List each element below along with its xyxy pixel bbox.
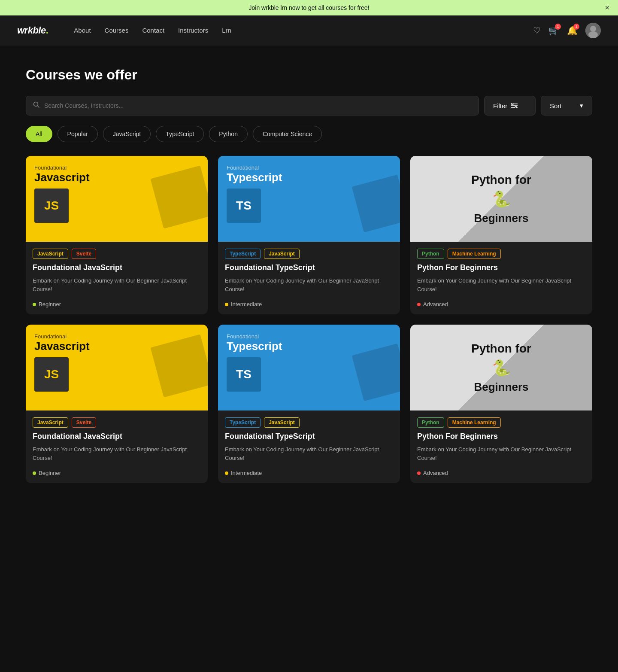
nav-courses[interactable]: Courses xyxy=(105,27,129,34)
level-label: Advanced xyxy=(423,470,448,476)
filter-button[interactable]: Filter xyxy=(484,96,536,116)
level-dot xyxy=(417,471,421,475)
courses-grid: Foundational Javascript JS JavaScriptSve… xyxy=(26,156,592,483)
card-image: Foundational Typescript TS xyxy=(218,325,400,410)
search-icon xyxy=(33,101,40,110)
course-tag: Python xyxy=(417,249,444,259)
card-tags: TypeScriptJavaScript xyxy=(225,249,393,259)
course-tag: JavaScript xyxy=(264,417,300,428)
filter-icon xyxy=(511,102,518,109)
nav-contact[interactable]: Contact xyxy=(142,27,164,34)
nav-right: ♡ 🛒 1 🔔 1 xyxy=(533,23,601,38)
card-level: Intermediate xyxy=(225,466,393,476)
tab-computer-science[interactable]: Computer Science xyxy=(253,126,322,142)
nav-instructors[interactable]: Instructors xyxy=(178,27,208,34)
chevron-down-icon: ▾ xyxy=(580,102,583,109)
banner-text: Join wrkble lrn now to get all courses f… xyxy=(249,4,370,11)
card-body: JavaScriptSvelte Foundational JavaScript… xyxy=(26,410,208,483)
card-description: Embark on Your Coding Journey with Our B… xyxy=(225,445,393,462)
card-description: Embark on Your Coding Journey with Our B… xyxy=(417,445,585,462)
level-label: Intermediate xyxy=(231,470,262,476)
card-title: Foundational JavaScript xyxy=(33,432,201,441)
course-card[interactable]: Python for 🐍 Beginners PythonMachine Lea… xyxy=(410,156,592,314)
course-tag: JavaScript xyxy=(264,249,300,259)
nav-about[interactable]: About xyxy=(74,27,91,34)
search-box xyxy=(26,96,479,116)
course-tag: TypeScript xyxy=(225,417,261,428)
card-body: PythonMachine Learning Python For Beginn… xyxy=(410,410,592,483)
nav-links: About Courses Contact Instructors Lrn xyxy=(74,27,533,34)
main-content: Courses we offer Filter xyxy=(0,46,618,505)
card-description: Embark on Your Coding Journey with Our B… xyxy=(225,277,393,293)
avatar[interactable] xyxy=(585,23,601,38)
sort-button[interactable]: Sort ▾ xyxy=(541,96,592,116)
card-level: Advanced xyxy=(417,298,585,307)
page-title: Courses we offer xyxy=(26,67,592,83)
card-title: Foundational TypeScript xyxy=(225,432,393,441)
svg-point-8 xyxy=(512,103,513,105)
nav-lrn[interactable]: Lrn xyxy=(222,27,231,34)
card-title: Python For Beginners xyxy=(417,432,585,441)
course-card[interactable]: Foundational Typescript TS TypeScriptJav… xyxy=(218,325,400,483)
card-level: Beginner xyxy=(33,298,201,307)
course-card[interactable]: Foundational Javascript JS JavaScriptSve… xyxy=(26,156,208,314)
cart-badge: 1 xyxy=(555,24,561,30)
level-dot xyxy=(225,471,228,475)
banner-close-button[interactable]: × xyxy=(605,3,609,12)
card-title: Foundational TypeScript xyxy=(225,263,393,272)
course-card[interactable]: Foundational Javascript JS JavaScriptSve… xyxy=(26,325,208,483)
level-dot xyxy=(417,303,421,306)
svg-point-1 xyxy=(590,26,596,32)
card-image: Python for 🐍 Beginners xyxy=(410,156,592,242)
search-input[interactable] xyxy=(44,96,472,115)
card-body: TypeScriptJavaScript Foundational TypeSc… xyxy=(218,242,400,314)
course-card[interactable]: Foundational Typescript TS TypeScriptJav… xyxy=(218,156,400,314)
category-tabs: All Popular JavaScript TypeScript Python… xyxy=(26,126,592,142)
level-label: Intermediate xyxy=(231,301,262,307)
course-tag: Svelte xyxy=(72,249,96,259)
tab-python[interactable]: Python xyxy=(209,126,248,142)
card-description: Embark on Your Coding Journey with Our B… xyxy=(33,445,201,462)
level-dot xyxy=(225,303,228,306)
tab-typescript[interactable]: TypeScript xyxy=(156,126,204,142)
card-title: Python For Beginners xyxy=(417,263,585,272)
card-body: JavaScriptSvelte Foundational JavaScript… xyxy=(26,242,208,314)
level-label: Advanced xyxy=(423,301,448,307)
svg-point-9 xyxy=(515,106,517,108)
card-image: Foundational Typescript TS xyxy=(218,156,400,242)
tab-all[interactable]: All xyxy=(26,126,52,142)
course-tag: Machine Learning xyxy=(448,249,501,259)
card-title: Foundational JavaScript xyxy=(33,263,201,272)
tab-popular[interactable]: Popular xyxy=(58,126,98,142)
svg-line-4 xyxy=(38,106,39,108)
cart-button[interactable]: 🛒 1 xyxy=(548,25,559,36)
wishlist-button[interactable]: ♡ xyxy=(533,25,541,36)
course-tag: Svelte xyxy=(72,417,96,428)
level-dot xyxy=(33,471,36,475)
card-tags: PythonMachine Learning xyxy=(417,417,585,428)
card-description: Embark on Your Coding Journey with Our B… xyxy=(417,277,585,293)
heart-icon: ♡ xyxy=(533,25,541,36)
tab-javascript[interactable]: JavaScript xyxy=(103,126,151,142)
card-level: Beginner xyxy=(33,466,201,476)
level-label: Beginner xyxy=(39,470,61,476)
card-image: Python for 🐍 Beginners xyxy=(410,325,592,410)
notification-button[interactable]: 🔔 1 xyxy=(567,25,578,36)
card-level: Advanced xyxy=(417,466,585,476)
card-level: Intermediate xyxy=(225,298,393,307)
level-label: Beginner xyxy=(39,301,61,307)
card-tags: JavaScriptSvelte xyxy=(33,417,201,428)
card-body: PythonMachine Learning Python For Beginn… xyxy=(410,242,592,314)
search-filter-row: Filter Sort ▾ xyxy=(26,96,592,116)
top-banner: Join wrkble lrn now to get all courses f… xyxy=(0,0,618,15)
course-tag: Python xyxy=(417,417,444,428)
card-tags: TypeScriptJavaScript xyxy=(225,417,393,428)
logo[interactable]: wrkble. xyxy=(17,25,48,36)
course-tag: JavaScript xyxy=(33,249,68,259)
course-card[interactable]: Python for 🐍 Beginners PythonMachine Lea… xyxy=(410,325,592,483)
notification-badge: 1 xyxy=(573,24,579,30)
card-image: Foundational Javascript JS xyxy=(26,325,208,410)
level-dot xyxy=(33,303,36,306)
svg-point-2 xyxy=(588,31,598,38)
card-body: TypeScriptJavaScript Foundational TypeSc… xyxy=(218,410,400,483)
